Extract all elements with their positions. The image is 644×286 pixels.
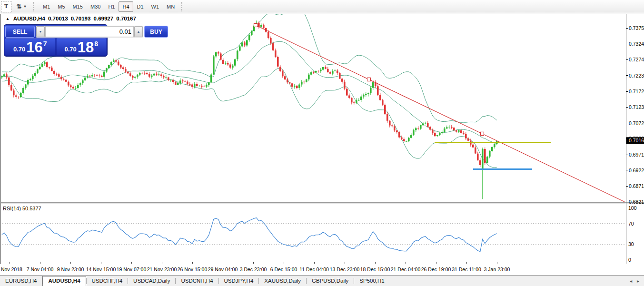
volume-increase-button[interactable]: ▲ xyxy=(134,26,143,37)
date-axis-label: 26 Dec 19:00 xyxy=(421,266,451,272)
rsi-indicator-label: RSI(14) 50.5377 xyxy=(3,206,41,211)
date-axis-label: 29 Nov 04:00 xyxy=(208,266,238,272)
top-toolbar: T ⇅ ▾ M1M5M15M30H1H4D1W1MN xyxy=(0,0,644,13)
timeframe-button-d1[interactable]: D1 xyxy=(133,1,148,12)
sell-price-big: 16 xyxy=(26,40,42,55)
rsi-axis-label: 70 xyxy=(628,221,634,227)
price-axis-label: 0.73750 xyxy=(629,25,644,31)
tab-usdchf-h4[interactable]: USDCHF,H4 xyxy=(87,276,128,286)
date-axis-label: 7 Nov 04:00 xyxy=(27,266,54,272)
price-axis-label: 0.69220 xyxy=(629,168,644,173)
price-axis-label: 0.70720 xyxy=(629,120,644,126)
tab-scroll-left-icon[interactable]: ◂ xyxy=(630,278,632,284)
one-click-trading-panel: SELL ▼ ▲ BUY 0.70 16 7 0.70 18 8 xyxy=(4,24,108,57)
volume-stepper: ▼ ▲ xyxy=(36,26,143,38)
rsi-axis-label: 100 xyxy=(628,205,637,211)
timeframe-button-h4[interactable]: H4 xyxy=(119,1,133,12)
tab-xauusd-daily[interactable]: XAUUSD,Daily xyxy=(259,276,306,286)
price-axis-label: 0.71725 xyxy=(629,89,644,94)
date-axis-label: 19 Nov 07:00 xyxy=(117,266,146,272)
ohlc-low: 0.69927 xyxy=(94,16,114,21)
buy-button[interactable]: BUY xyxy=(144,26,168,38)
timeframe-button-m15[interactable]: M15 xyxy=(69,1,87,12)
tab-audusd-h4[interactable]: AUDUSD,H4 xyxy=(42,276,86,286)
sell-price-sup: 7 xyxy=(43,40,47,48)
price-axis-label: 0.71230 xyxy=(629,104,644,110)
price-axis-label: 0.72745 xyxy=(629,57,644,62)
price-axis-label: 0.73240 xyxy=(629,41,644,47)
date-axis-label: 14 Nov 15:00 xyxy=(86,266,116,272)
svg-text:0.70167: 0.70167 xyxy=(629,138,644,143)
chart-symbol: AUDUSD,H4 xyxy=(13,16,45,21)
text-tool-icon: T xyxy=(4,3,8,10)
symbol-marker-icon: ▲ xyxy=(6,17,10,21)
price-axis-label: 0.68710 xyxy=(629,183,644,189)
trendline-anchor-handle[interactable] xyxy=(254,23,258,27)
tab-usdcnh-h4[interactable]: USDCNH,H4 xyxy=(176,276,218,286)
chevron-down-icon: ▾ xyxy=(24,4,26,9)
tab-usdcad-daily[interactable]: USDCAD,Daily xyxy=(128,276,175,286)
tab-scroll-arrows: ◂ ▸ xyxy=(626,278,639,284)
date-axis-label: 6 Dec 15:00 xyxy=(270,266,297,272)
sell-price-display[interactable]: 0.70 16 7 xyxy=(5,39,55,55)
toolbar-grip xyxy=(181,2,184,11)
bollinger-lower-band[interactable] xyxy=(2,68,497,168)
chart-title: ▲ AUDUSD,H4 0.70013 0.70193 0.69927 0.70… xyxy=(6,16,138,21)
arrows-icon: ⇅ xyxy=(17,3,22,10)
date-axis-label: 3 Jan 23:00 xyxy=(484,266,510,272)
price-axis-label: 0.69715 xyxy=(629,152,644,158)
date-axis-label: 13 Dec 23:00 xyxy=(330,266,359,272)
ohlc-high: 0.70193 xyxy=(71,16,91,21)
rsi-axis-label: 30 xyxy=(628,241,634,247)
date-axis-label: 2 Nov 2018 xyxy=(0,266,22,272)
trendline-object[interactable] xyxy=(254,23,625,202)
price-axis-label: 0.68215 xyxy=(629,199,644,205)
timeframe-button-m30[interactable]: M30 xyxy=(87,1,104,12)
trendline-anchor-handle[interactable] xyxy=(367,78,371,81)
tab-eurusd-h4[interactable]: EURUSD,H4 xyxy=(0,276,42,286)
date-axis-label: 26 Nov 15:00 xyxy=(178,266,207,272)
tab-gbpusd-daily[interactable]: GBPUSD,Daily xyxy=(307,276,354,286)
buy-price-big: 18 xyxy=(78,40,94,55)
toolbar-grip xyxy=(33,2,36,11)
sell-button[interactable]: SELL xyxy=(5,26,35,38)
buy-price-prefix: 0.70 xyxy=(64,46,76,53)
date-axis: 2 Nov 20187 Nov 04:009 Nov 23:0014 Nov 1… xyxy=(0,264,644,275)
timeframe-button-w1[interactable]: W1 xyxy=(148,1,163,12)
timeframe-button-h1[interactable]: H1 xyxy=(104,1,119,12)
buy-price-display[interactable]: 0.70 18 8 xyxy=(57,39,107,55)
sell-price-prefix: 0.70 xyxy=(13,46,25,53)
trendline-anchor-handle[interactable] xyxy=(481,132,484,135)
timeframe-button-mn[interactable]: MN xyxy=(163,1,178,12)
timeframe-button-m5[interactable]: M5 xyxy=(54,1,69,12)
window-left-border xyxy=(0,14,1,275)
tab-sp500-h1[interactable]: SP500,H1 xyxy=(354,276,389,286)
date-axis-label: 31 Dec 11:00 xyxy=(452,266,481,272)
rsi-line xyxy=(2,218,497,252)
rsi-pane xyxy=(0,218,626,252)
tab-scroll-right-icon[interactable]: ▸ xyxy=(637,278,639,284)
arrows-tool-button[interactable]: ⇅ ▾ xyxy=(13,1,30,12)
current-price-tag: 0.70167 xyxy=(626,137,644,144)
volume-input[interactable] xyxy=(45,26,134,37)
date-axis-label: 11 Dec 04:00 xyxy=(299,266,329,272)
price-axis-label: 0.72235 xyxy=(629,73,644,79)
timeframe-bar: M1M5M15M30H1H4D1W1MN xyxy=(39,1,178,12)
date-axis-label: 21 Nov 23:00 xyxy=(147,266,177,272)
ohlc-open: 0.70013 xyxy=(48,16,68,21)
volume-decrease-button[interactable]: ▼ xyxy=(36,26,45,37)
text-tool-button[interactable]: T xyxy=(1,1,11,12)
date-axis-label: 18 Dec 15:00 xyxy=(360,266,390,272)
tab-usdjpy-h4[interactable]: USDJPY,H4 xyxy=(219,276,259,286)
bollinger-middle-band[interactable] xyxy=(2,41,497,144)
date-axis-label: 9 Nov 23:00 xyxy=(57,266,84,272)
timeframe-button-m1[interactable]: M1 xyxy=(39,1,54,12)
tabs-container: EURUSD,H4AUDUSD,H4USDCHF,H4USDCAD,DailyU… xyxy=(0,276,390,286)
rsi-axis-label: 0 xyxy=(628,257,631,263)
date-axis-label: 21 Dec 04:00 xyxy=(391,266,420,272)
chart-tab-bar: EURUSD,H4AUDUSD,H4USDCHF,H4USDCAD,DailyU… xyxy=(0,275,644,286)
ohlc-close: 0.70167 xyxy=(116,16,136,21)
date-axis-label: 3 Dec 23:00 xyxy=(240,266,267,272)
buy-price-sup: 8 xyxy=(94,40,98,48)
